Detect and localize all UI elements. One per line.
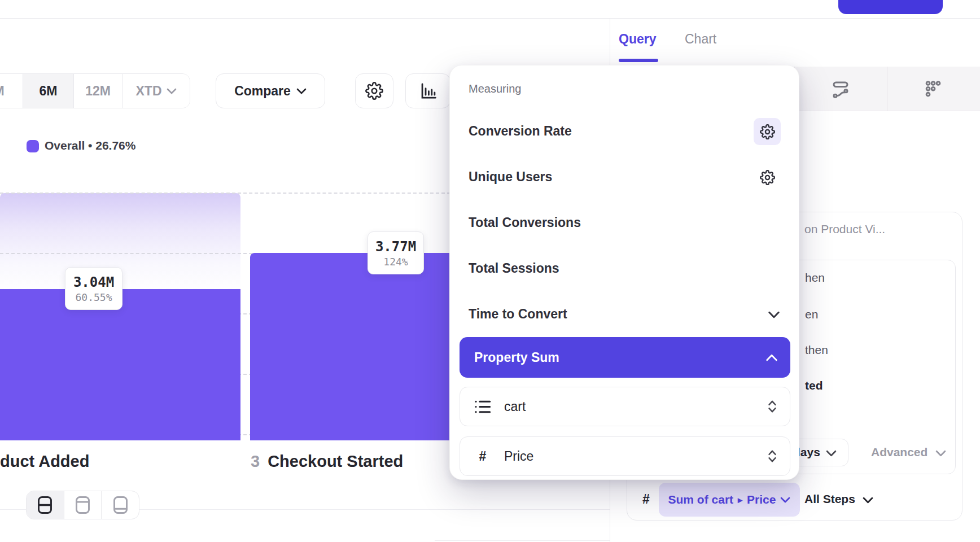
step-row-fragment: hen — [805, 271, 825, 285]
conversion-rate-settings-button[interactable] — [754, 118, 781, 145]
active-tab-underline — [619, 59, 658, 62]
tooltip-value: 3.77M — [375, 239, 416, 255]
time-range-xtd[interactable]: XTD — [123, 74, 190, 108]
all-steps-label: All Steps — [804, 492, 855, 505]
step-label-checkout-started: 3Checkout Started — [251, 452, 403, 471]
gear-icon — [760, 170, 775, 185]
select-stepper-icon — [767, 449, 777, 464]
list-icon — [473, 399, 493, 414]
funnel-bar-product-added[interactable] — [0, 289, 240, 440]
top-bar — [0, 0, 980, 19]
layout-bottom-line-icon — [113, 496, 128, 514]
tooltip-percent: 124% — [383, 256, 408, 268]
layout-split-middle-button[interactable] — [27, 491, 64, 519]
bar-chart-icon — [418, 81, 438, 100]
property-sum-label: Property Sum — [474, 350, 559, 365]
time-range-12m[interactable]: 12M — [74, 74, 123, 108]
tab-chart[interactable]: Chart — [685, 32, 716, 47]
funnel-bar-checkout-started[interactable] — [250, 253, 457, 440]
conversion-window-label-fragment: lays — [797, 445, 820, 459]
tab-query[interactable]: Query — [619, 32, 656, 47]
chart-type-button[interactable] — [405, 73, 450, 108]
layout-bottom-line-button[interactable] — [102, 491, 139, 519]
layout-toggle-group — [26, 491, 139, 519]
time-range-xtd-label: XTD — [136, 84, 162, 99]
step-number: 3 — [251, 452, 260, 470]
number-icon: # — [642, 492, 650, 507]
measure-chip-property: Price — [747, 493, 776, 506]
menu-item-unique-users[interactable]: Unique Users — [469, 169, 552, 185]
menu-item-conversion-rate[interactable]: Conversion Rate — [469, 124, 572, 139]
caret-right-icon: ▸ — [738, 495, 742, 505]
time-range-12m-label: 12M — [85, 84, 111, 99]
chevron-down-icon — [167, 88, 177, 94]
gear-icon — [760, 124, 775, 139]
menu-item-property-sum-selected[interactable]: Property Sum — [460, 337, 790, 378]
bar-value-tooltip: 3.04M 60.55% — [65, 267, 123, 310]
event-selector[interactable]: cart — [460, 387, 790, 426]
time-range-3m-label: M — [0, 84, 5, 99]
property-selector-value: Price — [504, 449, 533, 464]
flow-icon — [830, 79, 851, 99]
legend-label: Overall • 26.76% — [45, 139, 135, 152]
chevron-down-icon — [863, 497, 873, 504]
dots-grid-icon — [923, 79, 943, 99]
flows-tool-button[interactable] — [830, 79, 851, 99]
select-stepper-icon — [767, 399, 777, 414]
advanced-dropdown[interactable]: Advanced — [871, 445, 928, 459]
property-selector[interactable]: # Price — [460, 436, 790, 476]
bar-value-tooltip: 3.77M 124% — [368, 231, 424, 274]
app-root: M 6M 12M XTD Compare Overall • 26.76% 3.… — [0, 0, 980, 542]
measuring-title: Measuring — [469, 82, 521, 95]
chevron-up-icon — [765, 354, 778, 361]
all-steps-dropdown[interactable]: All Steps — [804, 492, 855, 506]
card-header-text-fragment: on Product Vi... — [804, 222, 885, 236]
layout-top-line-icon — [75, 496, 90, 514]
chart-settings-button[interactable] — [355, 73, 393, 108]
primary-action-button[interactable] — [838, 0, 943, 14]
step-name-fragment: duct Added — [0, 452, 89, 470]
compare-label: Compare — [234, 84, 291, 99]
menu-item-total-sessions[interactable]: Total Sessions — [469, 261, 559, 276]
event-selector-value: cart — [504, 399, 526, 414]
legend-swatch — [27, 140, 39, 152]
chevron-down-icon — [935, 450, 946, 457]
gridline — [0, 193, 450, 194]
toolbar-divider — [887, 67, 887, 111]
time-range-6m[interactable]: 6M — [23, 74, 74, 108]
compare-button[interactable]: Compare — [216, 73, 325, 108]
time-range-3m[interactable]: M — [0, 74, 23, 108]
step-row-fragment: then — [805, 343, 828, 357]
layout-middle-line-icon — [37, 496, 53, 514]
number-icon: # — [473, 449, 493, 464]
chevron-down-icon — [780, 497, 790, 503]
measure-chip-event: Sum of cart — [668, 493, 734, 506]
step-label-product-added: duct Added — [0, 452, 89, 471]
tooltip-value: 3.04M — [73, 274, 114, 290]
chevron-down-icon — [826, 450, 837, 457]
metrics-tool-button[interactable] — [923, 79, 943, 99]
menu-item-total-conversions[interactable]: Total Conversions — [469, 215, 581, 230]
chevron-down-icon — [296, 88, 307, 94]
table-top-border — [435, 540, 610, 541]
time-range-6m-label: 6M — [40, 84, 58, 99]
time-range-group: M 6M 12M XTD — [0, 73, 190, 108]
layout-top-line-button[interactable] — [64, 491, 102, 519]
chevron-down-icon[interactable] — [768, 311, 780, 318]
menu-item-time-to-convert[interactable]: Time to Convert — [469, 307, 567, 322]
unique-users-settings-button[interactable] — [754, 164, 781, 191]
step-name: Checkout Started — [268, 452, 403, 470]
tooltip-percent: 60.55% — [75, 291, 112, 303]
gear-icon — [365, 82, 383, 100]
measure-property-chip[interactable]: Sum of cart ▸ Price — [659, 483, 800, 517]
step-row-fragment: ted — [805, 379, 823, 392]
step-row-fragment: en — [805, 308, 818, 321]
